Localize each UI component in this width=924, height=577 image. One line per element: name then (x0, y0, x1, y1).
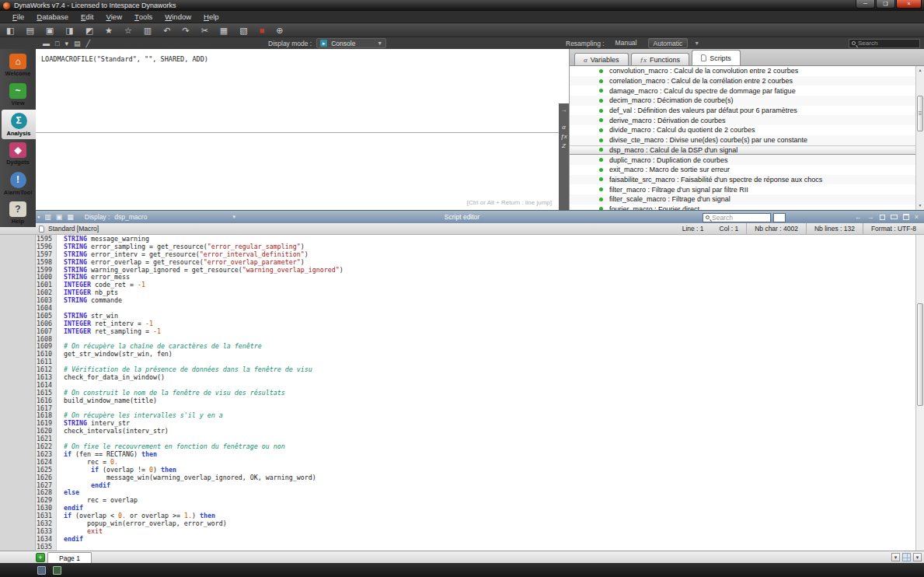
layout-grid-icon[interactable] (902, 553, 911, 561)
find-next-icon[interactable]: → (867, 213, 874, 221)
script-list-item[interactable]: def_val : Définition des valeurs par déf… (570, 106, 924, 116)
editor-search-button[interactable] (773, 213, 786, 222)
close-editor-icon[interactable]: × (915, 213, 919, 221)
script-list-item[interactable]: fourier_macro : Fourier direct (570, 205, 924, 210)
clean-console-icon[interactable]: ╱ (85, 38, 89, 49)
console-mode-icon: ▸ (320, 40, 327, 47)
script-list-item[interactable]: dsp_macro : Calcul de la DSP d'un signal (570, 145, 924, 156)
scroll-up-icon[interactable]: ▲ (916, 66, 924, 75)
dual-view-icon[interactable] (891, 215, 898, 219)
console-side-strip[interactable]: →αƒxZ (559, 103, 569, 210)
web-icon[interactable]: ⊕ (276, 25, 283, 36)
new-file-icon[interactable]: □ (55, 38, 59, 49)
bullet-icon (599, 187, 603, 191)
redo-icon[interactable]: ↷ (182, 25, 189, 36)
global-search-input[interactable]: Search (849, 39, 920, 48)
script-list-item[interactable]: faisabilite_src_macro : Faisabilité d'un… (570, 175, 924, 185)
panel-scrollbar[interactable]: ▲ ▼ (915, 66, 924, 210)
save-icon[interactable]: ▣ (46, 25, 54, 36)
sidebar-item-dydgets[interactable]: ◆Dydgets (0, 139, 36, 169)
code-text: # On récupère les intervalles s'il y en … (57, 411, 223, 419)
favorite-add-icon[interactable]: ☆ (124, 25, 132, 36)
resampling-dropdown-icon[interactable]: ▼ (694, 40, 699, 46)
page-list-icon[interactable]: ▼ (913, 553, 922, 561)
menu-view[interactable]: View (99, 11, 128, 23)
favorite-icon[interactable]: ★ (105, 25, 113, 36)
editor-scroll-thumb[interactable] (917, 303, 923, 406)
script-list-item[interactable]: divide_macro : Calcul du quotient de 2 c… (570, 125, 924, 135)
minimized-window-icon-2[interactable] (53, 566, 61, 575)
scripts-icon[interactable]: Z (562, 142, 566, 151)
page-tab[interactable]: Page 1 (47, 552, 92, 563)
sidebar-item-help[interactable]: ?Help (0, 198, 36, 228)
script-list-item[interactable]: filter_macro : Filtrage d'un signal par … (570, 184, 924, 194)
script-list-item[interactable]: divise_cte_macro : Divise une(des) courb… (570, 135, 924, 145)
variables-alpha-icon[interactable]: α (562, 123, 566, 132)
menu-help[interactable]: Help (197, 11, 225, 23)
script-list-item[interactable]: correlation_macro : Calcul de la corréla… (570, 76, 924, 86)
tab-scripts[interactable]: Scripts (692, 50, 741, 65)
menu-database[interactable]: Database (30, 11, 75, 23)
maximize-editor-icon[interactable] (903, 214, 909, 220)
open-folder-icon[interactable]: ▤ (26, 25, 33, 36)
minimized-window-icon[interactable] (37, 566, 46, 575)
line-number: 1622 (36, 442, 57, 450)
paste-icon[interactable]: ▧ (239, 25, 247, 36)
print-icon[interactable]: ▥ (144, 25, 152, 36)
resampling-automatic-button[interactable]: Automatic (648, 38, 689, 48)
sidebar-item-welcome[interactable]: ⌂Welcome (0, 51, 36, 80)
code-lines[interactable]: 1595STRING message_warning1596STRING err… (36, 235, 924, 551)
functions-fx-icon[interactable]: ƒx (560, 132, 567, 142)
maximize-button[interactable]: ❏ (876, 0, 895, 9)
undo-icon[interactable]: ↶ (163, 25, 170, 36)
script-list-item[interactable]: derive_macro : Dérivation de courbes (570, 115, 924, 125)
sidebar-item-alarmtool[interactable]: !AlarmTool (0, 169, 36, 198)
menu-file[interactable]: File (6, 11, 30, 23)
script-list-item[interactable]: convolution_macro : Calcul de la convolu… (570, 66, 924, 76)
scroll-thumb[interactable] (917, 96, 923, 131)
find-prev-icon[interactable]: ← (855, 213, 862, 221)
script-list-item[interactable]: duplic_macro : Duplication de courbes (570, 155, 924, 165)
window-toggle-icon[interactable]: ▬ (43, 38, 50, 49)
import-display-icon[interactable]: ◩ (85, 25, 93, 36)
script-list-item[interactable]: damage_macro : Calcul du spectre de domm… (570, 86, 924, 96)
console-panel[interactable]: LOADMACROFILE("Standard", "", SHARED, AD… (36, 49, 570, 210)
code-editor[interactable]: 1595STRING message_warning1596STRING err… (0, 235, 924, 551)
export-display-icon[interactable]: ◨ (65, 25, 73, 36)
sidebar-item-analysis[interactable]: ΣAnalysis (2, 110, 36, 139)
script-list-item[interactable]: decim_macro : Décimation de courbe(s) (570, 96, 924, 106)
code-text: STRING warning_overlap_ignored = get_res… (57, 266, 343, 274)
display-mode-select[interactable]: ▸ Console ▼ (316, 38, 386, 48)
menu-edit[interactable]: Edit (75, 11, 99, 23)
add-page-button[interactable]: + (36, 553, 45, 562)
cut-icon[interactable]: ✂ (201, 25, 208, 36)
import-icon[interactable]: ◧ (6, 25, 14, 36)
tab-label-variables: Variables (591, 56, 619, 64)
tab-variables[interactable]: αVariables (574, 53, 629, 65)
resampling-manual-button[interactable]: Manual (611, 38, 642, 48)
expand-panel-icon[interactable]: → (561, 106, 567, 115)
close-button[interactable]: × (896, 0, 922, 9)
split-view-icon[interactable] (880, 215, 885, 220)
line-number: 1602 (36, 288, 57, 296)
menu-tools[interactable]: Tools (128, 11, 159, 23)
display-mode-group: Display mode : ▸ Console ▼ (268, 38, 386, 48)
copy-icon[interactable]: ▦ (220, 25, 228, 36)
line-number: 1614 (36, 381, 57, 389)
open-file-icon[interactable]: ▤ (74, 38, 81, 49)
menu-window[interactable]: Window (159, 11, 197, 23)
editor-scrollbar[interactable] (915, 235, 924, 551)
page-dropdown-icon[interactable]: ▼ (891, 553, 900, 561)
delete-icon[interactable]: ■ (260, 25, 265, 36)
script-list-item[interactable]: exit_macro : Macro de sortie sur erreur (570, 165, 924, 175)
scroll-down-icon[interactable]: ▼ (916, 201, 924, 210)
new-file-dropdown-icon[interactable]: ▾ (65, 38, 68, 49)
script-item-text: duplic_macro : Duplication de courbes (609, 156, 728, 164)
line-number: 1613 (36, 373, 57, 381)
script-list-item[interactable]: filter_scale_macro : Filtrage d'un signa… (570, 194, 924, 205)
minimize-button[interactable]: ─ (856, 0, 875, 9)
tab-functions[interactable]: ƒxFunctions (631, 53, 690, 65)
sidebar-item-view[interactable]: ~View (0, 80, 36, 110)
editor-search-input[interactable]: Search (703, 213, 771, 222)
line-number: 1599 (36, 266, 57, 274)
